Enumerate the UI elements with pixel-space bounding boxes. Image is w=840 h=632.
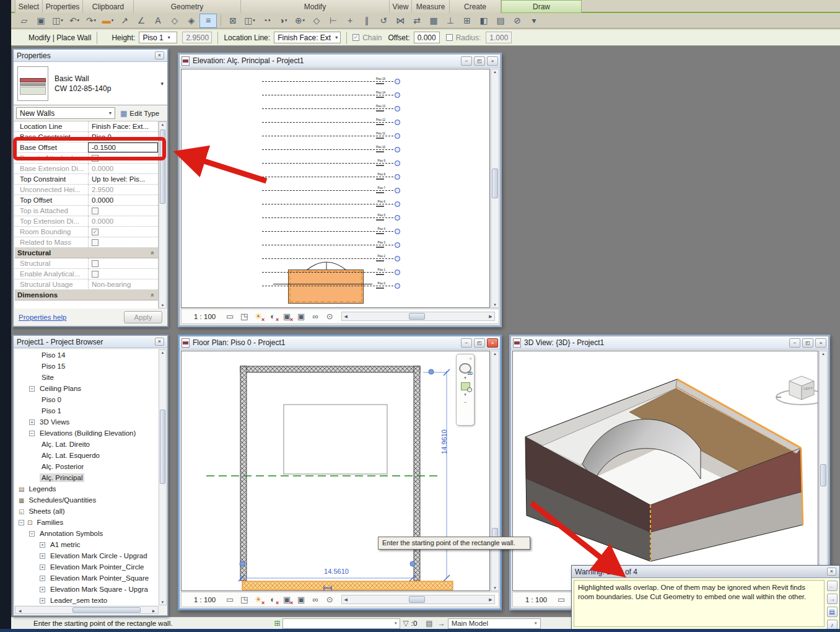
floor-plan-canvas[interactable]: 14.9610 14.5610 × 2D ▾ ▾ − <box>181 351 490 591</box>
close-button[interactable]: × <box>815 338 826 348</box>
level-line[interactable]: Piso 13 <box>262 108 393 109</box>
level-line[interactable]: Piso 9 <box>262 163 393 164</box>
default-3d-view-icon[interactable]: ◇ <box>167 14 183 27</box>
collapse-icon[interactable]: − <box>29 531 35 537</box>
detail-level-icon[interactable]: ▭ <box>224 594 236 605</box>
tree-item[interactable]: Alç. Principal <box>15 472 159 483</box>
chevron-down-icon[interactable]: ▾ <box>160 81 164 87</box>
scroll-down-icon[interactable]: ▼ <box>491 303 499 307</box>
tree-item[interactable]: +Elevation Mark Pointer_Circle <box>15 561 159 573</box>
close-icon[interactable]: × <box>827 568 836 576</box>
property-value[interactable] <box>88 258 158 268</box>
three-d-vscrollbar[interactable]: ▲ ▼ <box>819 351 828 591</box>
expand-icon[interactable]: + <box>40 576 45 581</box>
sun-path-icon[interactable]: ☀× <box>252 311 265 322</box>
rotate-icon[interactable]: ↺ <box>375 14 392 27</box>
scroll-up-icon[interactable]: ▲ <box>820 352 827 356</box>
crop-region-icon[interactable]: ▣ <box>295 311 307 322</box>
align-icon[interactable]: ⊢ <box>325 14 341 27</box>
angle-dimension-icon[interactable]: ∠ <box>133 14 149 27</box>
scale-label[interactable]: 1 : 100 <box>525 596 547 603</box>
chevron-down-icon[interactable]: ▾ <box>464 375 466 380</box>
collapse-icon[interactable]: − <box>29 431 35 436</box>
group-icon[interactable]: ⊞ <box>459 14 475 27</box>
ribbon-tab-modify[interactable]: Modify <box>241 0 390 13</box>
project-browser-title-bar[interactable]: Project1 - Project Browser × <box>14 336 167 348</box>
scroll-up-icon[interactable]: ▲ <box>159 351 166 354</box>
save-icon[interactable]: ▣ <box>33 14 49 27</box>
section-header-structural[interactable]: Structural» <box>15 248 158 258</box>
measure-icon[interactable]: ▬▾ <box>100 14 116 27</box>
scroll-left-icon[interactable]: ◀ <box>17 608 23 613</box>
expand-icon[interactable]: + <box>40 542 45 548</box>
expand-warning-button[interactable]: ▤ <box>827 607 838 617</box>
delete-icon[interactable]: ⊠ <box>225 14 241 27</box>
radius-checkbox[interactable] <box>446 34 453 41</box>
minimize-button[interactable]: − <box>461 338 472 348</box>
restore-button[interactable]: ◰ <box>802 338 813 348</box>
hide-isolate-icon[interactable]: ∞ <box>309 594 322 605</box>
warning-title-bar[interactable]: Warning: 1 out of 4 × <box>572 566 839 578</box>
previous-warning-button[interactable]: ← <box>827 581 838 591</box>
elevation-title-bar[interactable]: Elevation: Alç. Principal - Project1 −◰× <box>180 55 500 68</box>
scroll-up-icon[interactable]: ▲ <box>491 352 499 356</box>
browser-hscrollbar[interactable]: ◀ ▶ <box>15 606 159 614</box>
offset-field[interactable]: 0.000 <box>414 32 440 43</box>
scroll-left-icon[interactable]: ◀ <box>342 312 349 320</box>
minimize-button[interactable]: − <box>789 338 800 348</box>
property-value[interactable]: Finish Face: Ext... <box>88 121 158 131</box>
scale-label[interactable]: 1 : 100 <box>194 313 216 320</box>
collapse-icon[interactable]: − <box>29 386 35 392</box>
properties-title-bar[interactable]: Properties × <box>14 50 167 62</box>
redo-icon[interactable]: ↷▾ <box>83 14 99 27</box>
tree-item[interactable]: +Elevation Mark Circle - Upgrad <box>15 550 159 561</box>
scrollbar-thumb[interactable] <box>492 169 498 198</box>
pin-icon[interactable]: ⊥ <box>442 14 458 27</box>
design-option-select[interactable]: Main Model▾ <box>448 618 541 629</box>
tree-item[interactable]: Piso 1 <box>15 405 159 416</box>
close-icon[interactable]: × <box>155 51 164 59</box>
expand-icon[interactable]: + <box>40 598 45 603</box>
horizontal-scrollbar[interactable]: ◀▶ <box>341 595 495 604</box>
aligned-dimension-icon[interactable]: ↗ <box>116 14 133 27</box>
move-icon[interactable]: + <box>342 14 358 27</box>
elevation-vscrollbar[interactable]: ▲ ▼ <box>491 69 499 308</box>
level-line[interactable]: Piso 1 <box>262 272 393 273</box>
level-line[interactable]: Piso 8 <box>262 177 393 177</box>
property-value[interactable]: Non-bearing <box>88 279 158 289</box>
scroll-up-icon[interactable]: ▲ <box>159 123 166 126</box>
vertical-dimension[interactable]: 14.9610 <box>440 429 448 454</box>
section-icon[interactable]: ◈ <box>183 14 199 27</box>
scroll-up-icon[interactable]: ▲ <box>491 70 499 74</box>
sun-path-icon[interactable]: ☀× <box>252 594 265 605</box>
elevation-canvas[interactable]: Piso 15Piso 14Piso 13Piso 12Piso 11Piso … <box>181 69 490 308</box>
close-button[interactable]: × <box>487 56 498 66</box>
close-button[interactable]: × <box>487 338 498 348</box>
zoom-region-icon[interactable] <box>461 382 470 390</box>
collapse-icon[interactable]: » <box>149 293 156 297</box>
tree-item[interactable]: ▤Legends <box>15 483 159 494</box>
collapse-icon[interactable]: » <box>149 251 156 255</box>
text-icon[interactable]: A <box>150 14 166 27</box>
property-checkbox[interactable] <box>92 271 98 278</box>
tree-item[interactable]: Site <box>15 372 159 383</box>
scroll-down-icon[interactable]: ▼ <box>159 600 166 604</box>
level-line[interactable]: Piso 3 <box>262 245 393 245</box>
property-checkbox[interactable] <box>92 260 98 267</box>
scrollbar-thumb[interactable] <box>72 607 141 613</box>
property-checkbox[interactable]: ✓ <box>92 229 98 235</box>
tree-item[interactable]: Piso 0 <box>15 394 159 405</box>
floor-plan-vscrollbar[interactable]: ▲ ▼ <box>491 351 499 591</box>
crop-view-icon[interactable]: ▣× <box>281 311 293 322</box>
level-line[interactable]: Piso 10 <box>262 149 393 150</box>
tree-item[interactable]: −Annotation Symbols <box>15 528 159 539</box>
level-line[interactable]: Piso 4 <box>262 231 393 232</box>
scroll-right-icon[interactable]: ▶ <box>487 595 494 603</box>
ribbon-tab-geometry[interactable]: Geometry <box>134 0 241 13</box>
edit-type-button[interactable]: Edit Type <box>129 110 159 117</box>
reveal-hidden-icon[interactable]: ⊙ <box>323 594 336 605</box>
new-walls-select[interactable]: New Walls▾ <box>16 107 115 119</box>
ribbon-tab-select[interactable]: Select <box>15 0 43 13</box>
level-line[interactable]: Piso 7 <box>262 190 393 191</box>
collapse-icon[interactable]: − <box>463 399 466 405</box>
